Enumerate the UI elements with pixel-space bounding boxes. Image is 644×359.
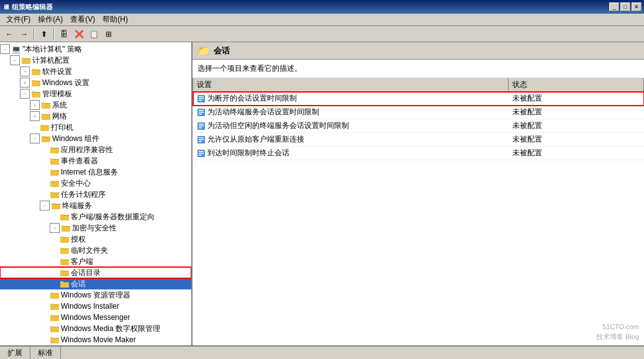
tree-item-res-manager[interactable]: Windows 资源管理器 [0,289,191,301]
table-row[interactable]: 允许仅从原始客户端重新连接未被配置 [193,133,644,147]
tree-expander-network[interactable]: + [30,111,40,121]
tree-folder-icon-windows-movie [50,335,60,345]
svg-rect-71 [50,315,53,316]
svg-rect-39 [52,204,60,209]
tree-item-windows-components[interactable]: −Windows 组件 [0,133,191,144]
tab-expand[interactable]: 扩展 [0,347,30,359]
tree-folder-icon-security-center [50,178,60,188]
tree-label-terminal-services: 终端服务 [62,201,92,211]
tree-folder-icon-printer [40,122,50,132]
close-button[interactable]: ✕ [632,2,642,11]
tree-item-temp-files[interactable]: 临时文件夹 [0,245,191,256]
tree-item-encryption[interactable]: +加密与安全性 [0,222,191,234]
right-description: 选择一个项目来查看它的描述。 [193,60,644,78]
forward-button[interactable]: → [17,28,31,40]
minimize-button[interactable]: _ [609,2,619,11]
status-cell-3: 未被配置 [509,133,644,147]
tab-standard[interactable]: 标准 [30,347,61,359]
tree-item-client[interactable]: 客户端 [0,256,191,267]
svg-rect-94 [199,114,202,115]
tree-item-terminal-services[interactable]: −终端服务 [0,200,191,211]
svg-rect-32 [50,170,53,171]
tree-item-task-scheduler[interactable]: 任务计划程序 [0,189,191,200]
tree-item-windows-media[interactable]: Windows Media 数字权限管理 [0,323,191,334]
tree-item-client-server[interactable]: 客户端/服务器数据重定向 [0,211,191,222]
tree-item-root[interactable]: −💻"本地计算机" 策略 [0,43,191,55]
right-table[interactable]: 设置 状态 为断开的会话设置时间限制未被配置为活动终端服务会话设置时间限制未被配… [193,78,644,345]
tree-item-network[interactable]: +网络 [0,111,191,122]
tree-expander-software[interactable]: + [20,66,30,76]
svg-rect-38 [50,192,53,193]
svg-rect-27 [50,159,59,165]
tree-expander-terminal-services[interactable]: − [40,201,50,211]
tree-item-session-list[interactable]: 会话目录 [0,267,191,278]
status-cell-2: 未被配置 [509,119,644,133]
back-button[interactable]: ← [2,28,16,40]
svg-rect-63 [50,293,59,299]
svg-rect-48 [60,237,69,243]
up-button[interactable]: ⬆ [37,28,51,40]
folder-button[interactable]: 🗄 [57,28,71,40]
tree-expander-windows-settings[interactable]: + [20,78,30,88]
tree-item-computer[interactable]: −计算机配置 [0,55,191,66]
tree-expander-windows-components[interactable]: − [30,134,40,143]
svg-rect-100 [199,137,204,139]
svg-rect-14 [42,102,45,104]
table-row[interactable]: 为断开的会话设置时间限制未被配置 [193,92,644,106]
menu-bar: 文件(F) 操作(A) 查看(V) 帮助(H) [0,14,644,26]
title-text: 🖥 组策略编辑器 [2,2,53,12]
tree-item-software[interactable]: +软件设置 [0,66,191,77]
tree-label-security-center: 安全中心 [61,178,91,189]
tree-item-event-viewer[interactable]: 事件查看器 [0,155,191,166]
tree-label-printer: 打印机 [51,122,73,133]
delete-button[interactable]: ❌ [72,28,86,40]
tree-expander-encryption[interactable]: + [50,223,60,233]
table-row[interactable]: 为活动终端服务会话设置时间限制未被配置 [193,106,644,119]
tree-label-client: 客户端 [71,257,93,267]
svg-rect-42 [60,215,69,220]
svg-rect-30 [50,170,59,176]
svg-rect-6 [32,81,40,86]
tree-expander-computer[interactable]: − [10,55,20,65]
watermark-line2: 技术博客 Blog [596,332,639,342]
right-header: 📁 会话 [193,42,644,60]
menu-view[interactable]: 查看(V) [66,14,99,25]
tree-label-system: 系统 [52,100,67,111]
tree-item-windows-messenger[interactable]: Windows Messenger [0,312,191,323]
tree-item-security-center[interactable]: 安全中心 [0,178,191,189]
menu-file[interactable]: 文件(F) [2,14,34,25]
tree-label-iis: Internet 信息服务 [61,167,118,178]
tree-scroll[interactable]: −💻"本地计算机" 策略−计算机配置+软件设置+Windows 设置−管理模板+… [0,42,191,345]
copy-button[interactable]: 📋 [87,28,101,40]
toolbar-separator-1 [34,29,35,40]
menu-help[interactable]: 帮助(H) [99,14,132,25]
maximize-button[interactable]: □ [620,2,630,11]
tree-item-iis[interactable]: Internet 信息服务 [0,166,191,178]
tree-item-windows-movie[interactable]: Windows Movie Maker [0,334,191,345]
menu-action[interactable]: 操作(A) [34,14,66,25]
tree-item-app-compat[interactable]: 应用程序兼容性 [0,144,191,155]
tree-item-admin-templates[interactable]: −管理模板 [0,88,191,99]
svg-rect-50 [60,237,63,238]
tree-folder-icon-windows-settings [31,78,41,88]
toolbar-separator-2 [53,29,55,40]
tree-expander-admin-templates[interactable]: − [20,89,30,99]
tree-item-windows-installer[interactable]: Windows Installer [0,301,191,312]
window-icon: 🖥 [2,3,9,11]
tree-expander-system[interactable]: + [30,100,40,110]
tree-item-auth[interactable]: 授权 [0,234,191,245]
tree-expander-root[interactable]: − [0,44,10,54]
title-bar: 🖥 组策略编辑器 _ □ ✕ [0,0,644,14]
table-row[interactable]: 到达时间限制时终止会话未被配置 [193,147,644,160]
tree-item-session[interactable]: 会话 [0,278,191,289]
tree-folder-icon-network [41,111,51,121]
tree-item-printer[interactable]: 打印机 [0,122,191,133]
row-icon-1 [197,108,206,117]
svg-rect-101 [199,139,204,140]
svg-rect-89 [199,98,204,99]
tree-item-windows-settings[interactable]: +Windows 设置 [0,77,191,88]
svg-rect-53 [60,248,63,249]
paste-button[interactable]: ⊞ [102,28,116,40]
table-row[interactable]: 为活动但空闲的终端服务会话设置时间限制未被配置 [193,119,644,133]
tree-item-system[interactable]: +系统 [0,99,191,111]
